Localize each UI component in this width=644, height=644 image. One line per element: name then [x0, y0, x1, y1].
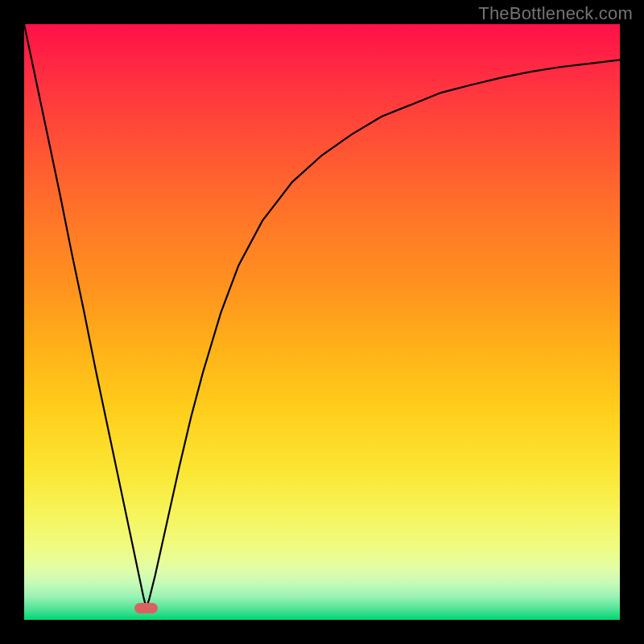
bottleneck-curve — [24, 24, 620, 608]
minimum-marker — [134, 603, 159, 613]
plot-area — [24, 24, 620, 620]
curve-svg — [24, 24, 620, 620]
chart-frame: TheBottleneck.com — [0, 0, 644, 644]
watermark-text: TheBottleneck.com — [478, 3, 633, 24]
